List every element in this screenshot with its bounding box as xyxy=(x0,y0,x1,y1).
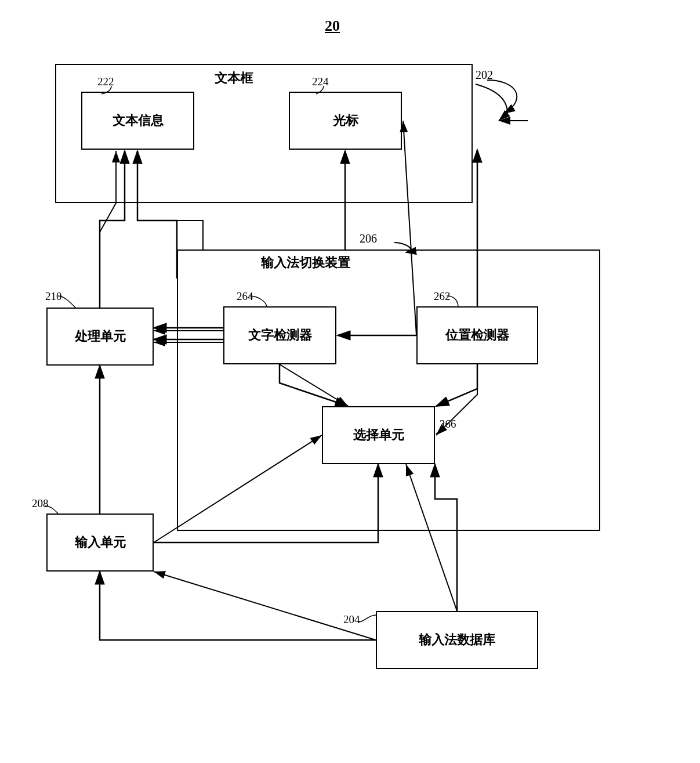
svg-line-10 xyxy=(154,572,376,640)
label-210: 210 xyxy=(45,290,62,303)
text-info-box: 文本信息 xyxy=(81,92,194,150)
ime-database-label: 输入法数据库 xyxy=(419,631,495,649)
cursor-box: 光标 xyxy=(289,92,402,150)
text-info-label: 文本信息 xyxy=(113,112,164,129)
select-unit-box: 选择单元 xyxy=(322,406,435,464)
position-detector-box: 位置检测器 xyxy=(416,306,538,364)
label-204: 204 xyxy=(343,613,360,626)
label-202: 202 xyxy=(476,68,493,82)
process-unit-box: 处理单元 xyxy=(46,308,154,366)
diagram-title: 20 xyxy=(325,17,340,35)
ime-database-box: 输入法数据库 xyxy=(376,611,538,669)
input-unit-box: 输入单元 xyxy=(46,514,154,572)
label-264: 264 xyxy=(237,290,253,303)
label-206: 206 xyxy=(360,232,377,245)
text-frame-label: 文本框 xyxy=(215,70,253,87)
label-266: 266 xyxy=(440,418,456,431)
process-unit-label: 处理单元 xyxy=(75,328,126,345)
select-unit-label: 选择单元 xyxy=(353,426,404,444)
cursor-label: 光标 xyxy=(333,112,358,129)
ime-switch-label: 输入法切换装置 xyxy=(261,254,350,272)
position-detector-label: 位置检测器 xyxy=(445,327,509,344)
text-detector-box: 文字检测器 xyxy=(223,306,336,364)
text-detector-label: 文字检测器 xyxy=(248,327,312,344)
label-262: 262 xyxy=(434,290,451,303)
label-224: 224 xyxy=(312,75,329,88)
input-unit-label: 输入单元 xyxy=(75,534,126,551)
label-222: 222 xyxy=(97,75,114,88)
label-208: 208 xyxy=(32,497,49,510)
